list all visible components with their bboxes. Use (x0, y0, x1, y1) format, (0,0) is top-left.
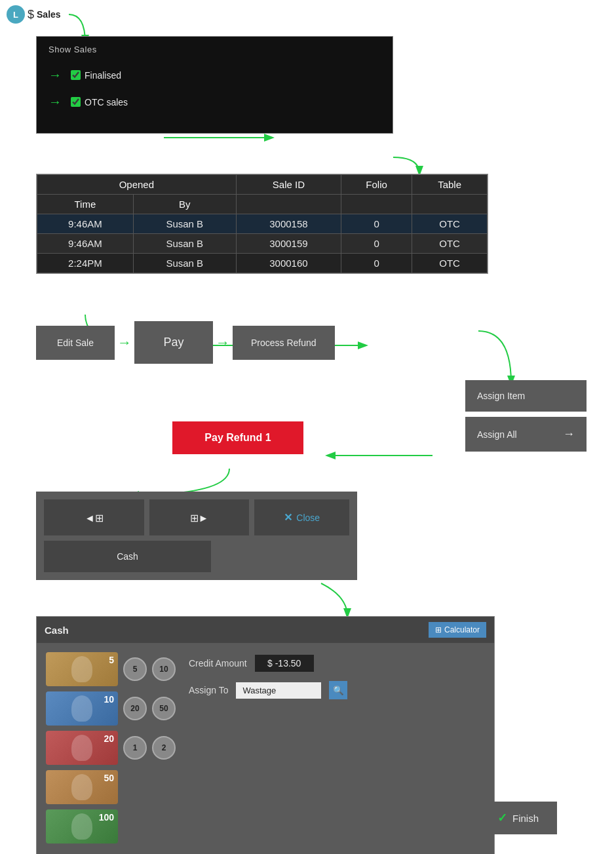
header-folio: Folio (341, 175, 412, 195)
payment-nav-row: ◄⊞ ⊞► ✕ Close (44, 499, 349, 535)
assign-to-label: Assign To (189, 685, 228, 695)
note-row-5: 5 5 10 (46, 652, 176, 686)
header-by: By (133, 195, 236, 214)
cash-panel: Cash ⊞ Calculator 5 5 10 10 20 (36, 616, 495, 854)
note-100[interactable]: 100 (46, 809, 118, 844)
arrow-finalised: → (48, 68, 62, 83)
action-buttons-row: Edit Sale → Pay → Process Refund (36, 321, 335, 364)
credit-amount-value: $ -13.50 (255, 655, 314, 672)
cell-by: Susan B (133, 214, 236, 234)
show-sales-box: Show Sales → Finalised → OTC sales (36, 36, 393, 134)
header-table: Table (412, 175, 488, 195)
process-refund-button[interactable]: Process Refund (233, 326, 335, 360)
nav-right-button[interactable]: ⊞► (149, 499, 250, 535)
show-sales-title: Show Sales (48, 45, 381, 54)
cash-button[interactable]: Cash (44, 541, 211, 572)
cell-time: 9:46AM (37, 234, 134, 254)
cell-time: 9:46AM (37, 214, 134, 234)
assign-to-search-button[interactable]: 🔍 (329, 681, 347, 699)
note-20[interactable]: 20 (46, 731, 118, 765)
header-opened: Opened (37, 175, 237, 195)
payment-empty (216, 541, 349, 572)
coin-10-button[interactable]: 10 (152, 657, 176, 681)
assign-all-button[interactable]: Assign All → (465, 417, 587, 452)
header-time: Time (37, 195, 134, 214)
otc-row: → OTC sales (48, 94, 381, 109)
assign-item-button[interactable]: Assign Item (465, 380, 587, 412)
close-button[interactable]: ✕ Close (254, 499, 349, 535)
arrow-pay: → (117, 334, 132, 351)
sales-table-container: Opened Sale ID Folio Table Time By 9:46A… (36, 174, 488, 274)
header-sale-id: Sale ID (236, 175, 341, 195)
coin-50-button[interactable]: 50 (152, 697, 176, 720)
credit-amount-label: Credit Amount (189, 658, 247, 669)
cash-notes-col: 5 5 10 10 20 50 20 1 2 (46, 652, 176, 844)
coin-2-button[interactable]: 2 (152, 736, 176, 760)
otc-checkbox[interactable] (71, 97, 81, 107)
note-row-100: 100 (46, 809, 176, 844)
arrow-process: → (216, 334, 230, 351)
pay-refund-button[interactable]: Pay Refund 1 (172, 421, 303, 454)
cash-panel-header: Cash ⊞ Calculator (37, 617, 494, 643)
credit-amount-row: Credit Amount $ -13.50 (189, 655, 485, 672)
cell-table: OTC (412, 254, 488, 273)
calculator-icon: ⊞ (435, 625, 442, 634)
note-row-20: 20 1 2 (46, 731, 176, 765)
cell-folio: 0 (341, 234, 412, 254)
nav-left-button[interactable]: ◄⊞ (44, 499, 144, 535)
avatar: L (7, 5, 25, 24)
finish-button[interactable]: ✓ Finish (479, 802, 557, 834)
payment-method-row: Cash (44, 541, 349, 572)
table-row[interactable]: 9:46AM Susan B 3000159 0 OTC (37, 234, 488, 254)
dollar-icon: $ (28, 8, 34, 22)
cell-sale-id: 3000159 (236, 234, 341, 254)
note-row-10: 10 20 50 (46, 691, 176, 726)
cell-table: OTC (412, 234, 488, 254)
search-icon: 🔍 (333, 686, 344, 695)
cash-right-col: Credit Amount $ -13.50 Assign To 🔍 (189, 652, 485, 844)
cell-by: Susan B (133, 234, 236, 254)
finalised-checkbox-label[interactable]: Finalised (71, 70, 121, 81)
coin-1-button[interactable]: 1 (123, 736, 147, 760)
assign-to-input[interactable] (236, 682, 321, 699)
finalised-checkbox[interactable] (71, 70, 81, 80)
cash-panel-title: Cash (45, 625, 69, 636)
table-row[interactable]: 2:24PM Susan B 3000160 0 OTC (37, 254, 488, 273)
coin-20-button[interactable]: 20 (123, 697, 147, 720)
cell-time: 2:24PM (37, 254, 134, 273)
table-row[interactable]: 9:46AM Susan B 3000158 0 OTC (37, 214, 488, 234)
assign-group: Assign Item Assign All → (465, 380, 587, 452)
otc-checkbox-label[interactable]: OTC sales (71, 97, 128, 107)
assign-to-row: Assign To 🔍 (189, 681, 485, 699)
cell-sale-id: 3000160 (236, 254, 341, 273)
sales-table: Opened Sale ID Folio Table Time By 9:46A… (37, 174, 488, 273)
coin-5-button[interactable]: 5 (123, 657, 147, 681)
note-50[interactable]: 50 (46, 770, 118, 804)
pay-button[interactable]: Pay (134, 321, 213, 364)
cell-table: OTC (412, 214, 488, 234)
note-5[interactable]: 5 (46, 652, 118, 686)
cell-folio: 0 (341, 254, 412, 273)
sales-label: Sales (37, 9, 61, 20)
note-row-50: 50 (46, 770, 176, 804)
finalised-row: → Finalised (48, 68, 381, 83)
finish-check-icon: ✓ (497, 811, 507, 825)
arrow-otc: → (48, 94, 62, 109)
cell-folio: 0 (341, 214, 412, 234)
payment-panel: ◄⊞ ⊞► ✕ Close Cash (36, 492, 357, 580)
cell-by: Susan B (133, 254, 236, 273)
top-nav: L $ Sales (7, 5, 61, 24)
cell-sale-id: 3000158 (236, 214, 341, 234)
note-10[interactable]: 10 (46, 691, 118, 726)
edit-sale-button[interactable]: Edit Sale (36, 326, 115, 360)
calculator-button[interactable]: ⊞ Calculator (429, 622, 486, 638)
cash-body: 5 5 10 10 20 50 20 1 2 (37, 643, 494, 853)
